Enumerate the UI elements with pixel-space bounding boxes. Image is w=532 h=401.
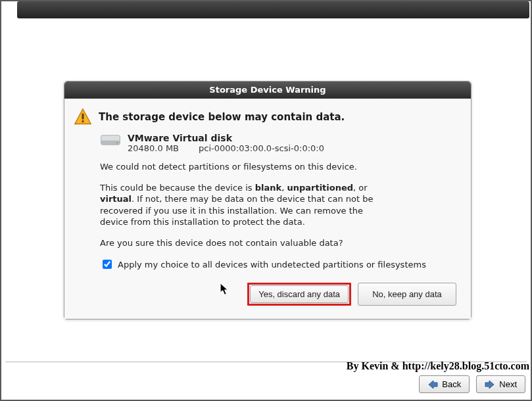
warning-icon	[74, 108, 92, 126]
svg-rect-2	[82, 120, 84, 122]
dialog-paragraph-1: We could not detect partitions or filesy…	[100, 161, 460, 173]
back-label: Back	[442, 379, 461, 389]
window-top-bar	[17, 1, 529, 18]
dialog-button-row: Yes, discard any data No, keep any data	[74, 283, 456, 306]
svg-point-5	[116, 142, 118, 143]
apply-all-row: Apply my choice to all devices with unde…	[100, 258, 460, 271]
disk-details: 20480.0 MBpci-0000:03:00.0-scsi-0:0:0:0	[128, 143, 324, 153]
arrow-right-icon	[485, 380, 495, 389]
highlighted-choice: Yes, discard any data	[247, 283, 351, 306]
disk-size: 20480.0 MB	[128, 143, 179, 153]
p2-bold-blank: blank	[255, 183, 281, 193]
yes-discard-button[interactable]: Yes, discard any data	[250, 285, 349, 303]
main-stage: 苏 Storage Device Warning The storage dev…	[1, 20, 531, 362]
attribution-text: By Kevin & http://kely28.blog.51cto.com	[347, 360, 529, 372]
next-label: Next	[499, 379, 517, 389]
p2-bold-virtual: virtual	[100, 194, 132, 204]
dialog-heading-text: The storage device below may contain dat…	[99, 111, 345, 123]
p2-bold-unpartitioned: unpartitioned	[287, 183, 353, 193]
dialog-title: Storage Device Warning	[64, 82, 471, 99]
dialog-paragraph-2: This could be because the device is blan…	[100, 182, 383, 228]
storage-warning-dialog: Storage Device Warning The storage devic…	[64, 81, 472, 319]
next-button[interactable]: Next	[476, 375, 525, 393]
dialog-body: The storage device below may contain dat…	[64, 99, 471, 319]
svg-rect-1	[82, 114, 84, 120]
footer-area: By Kevin & http://kely28.blog.51cto.com …	[0, 362, 532, 401]
hard-disk-icon	[100, 133, 121, 149]
svg-marker-8	[485, 381, 494, 389]
no-keep-button[interactable]: No, keep any data	[358, 283, 456, 306]
apply-all-label: Apply my choice to all devices with unde…	[118, 260, 426, 270]
arrow-left-icon	[427, 380, 438, 389]
svg-marker-7	[429, 381, 437, 389]
back-button[interactable]: Back	[419, 375, 470, 393]
disk-name: VMware Virtual disk	[128, 133, 324, 143]
nav-button-row: Back Next	[419, 375, 525, 393]
dialog-paragraph-3: Are you sure this device does not contai…	[100, 237, 460, 249]
disk-path: pci-0000:03:00.0-scsi-0:0:0:0	[199, 143, 324, 153]
p2-text-a: This could be because the device is	[100, 183, 255, 193]
dialog-heading-row: The storage device below may contain dat…	[74, 108, 460, 126]
p2-text-e: , or	[353, 183, 368, 193]
apply-all-checkbox[interactable]	[103, 260, 112, 269]
p2-text-g: . If not, there may be data on the devic…	[100, 194, 374, 227]
disk-info-row: VMware Virtual disk 20480.0 MBpci-0000:0…	[100, 133, 460, 153]
